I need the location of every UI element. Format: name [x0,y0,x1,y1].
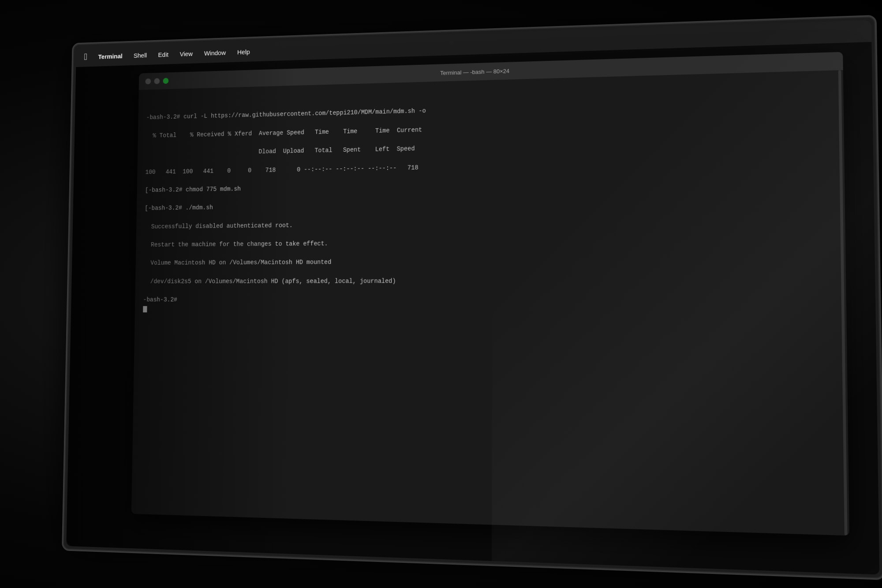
window-controls [145,78,168,85]
terminal-line-9: Volume Macintosh HD on /Volumes/Macintos… [144,255,836,268]
terminal-content[interactable]: -bash-3.2# curl -L https://raw.githubuse… [131,70,849,536]
apple-menu[interactable]:  [84,52,87,62]
menu-terminal[interactable]: Terminal [98,52,122,60]
screen:  Terminal Shell Edit View Window Help T… [66,20,879,575]
terminal-line-5: [-bash-3.2# chmod 775 mdm.sh [145,176,835,195]
menu-help[interactable]: Help [237,48,250,56]
close-button[interactable] [145,79,151,85]
terminal-line-3: Dload Upload Total Spent Left Speed [146,136,834,159]
terminal-cursor [143,306,147,312]
terminal-line-4: 100 441 100 441 0 0 718 0 --:--:-- --:--… [145,156,834,177]
terminal-title: Terminal — -bash — 80×24 [440,67,509,76]
device-frame:  Terminal Shell Edit View Window Help T… [62,15,882,580]
menu-edit[interactable]: Edit [158,51,168,58]
terminal-line-7: Successfully disabled authenticated root… [144,216,835,232]
menu-view[interactable]: View [179,50,193,57]
terminal-line-10: /dev/disk2s5 on /Volumes/Macintosh HD (a… [143,276,836,286]
terminal-line-6: [-bash-3.2# ./mdm.sh [145,195,835,213]
terminal-line-8: Restart the machine for the changes to t… [144,236,836,250]
terminal-line-11: -bash-3.2# [143,296,837,306]
minimize-button[interactable] [154,78,160,84]
terminal-window: Terminal — -bash — 80×24 -bash-3.2# curl… [131,52,849,536]
menu-shell[interactable]: Shell [134,51,147,59]
menu-window[interactable]: Window [204,49,226,56]
maximize-button[interactable] [163,78,168,84]
